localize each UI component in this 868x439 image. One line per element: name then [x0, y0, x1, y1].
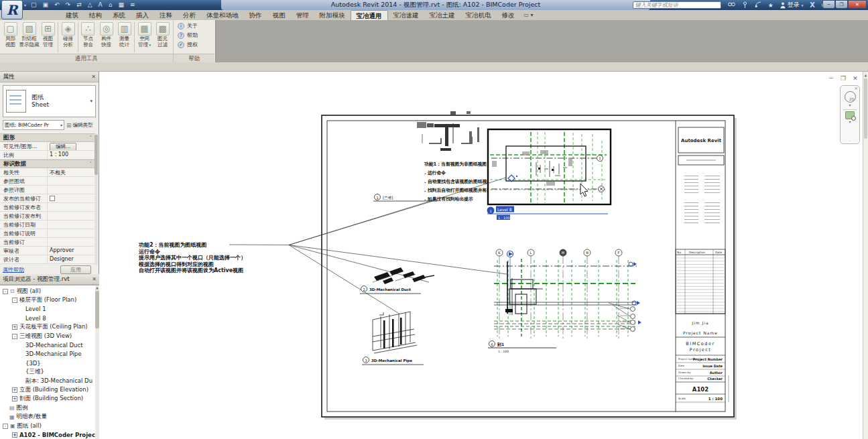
tree-expander[interactable]: - [3, 424, 8, 429]
tree-item-schedules[interactable]: ▦明细表/数量 [0, 412, 99, 421]
prop-value[interactable] [47, 212, 95, 220]
about-button[interactable]: i 关于 [178, 22, 210, 29]
element-selector-dropdown[interactable]: 图纸: BIMCoder Pr ▾ [3, 120, 64, 130]
tree-item-level8[interactable]: Level 8 [0, 314, 99, 322]
tab-baoye-mep[interactable]: 宝冶机电 [460, 10, 497, 20]
tree-item-level1[interactable]: Level 1 [0, 305, 99, 314]
tree-expander[interactable]: + [12, 432, 17, 438]
tab-architecture[interactable]: 建筑 [60, 10, 84, 20]
scale-value[interactable]: 1 : 100 [47, 151, 95, 159]
tree-item-3d[interactable]: {3D} [0, 359, 99, 367]
tab-systems[interactable]: 系统 [107, 10, 131, 20]
chevron-down-icon[interactable]: ▾ [849, 103, 851, 108]
tab-annotate[interactable]: 注释 [154, 10, 178, 20]
prop-value[interactable] [47, 221, 95, 229]
chevron-down-icon[interactable]: ▾ [849, 119, 851, 125]
prop-value[interactable] [47, 229, 95, 237]
tree-expander[interactable]: + [12, 387, 17, 393]
search-icon[interactable] [728, 1, 735, 9]
section-icon[interactable]: ▦ [118, 1, 124, 9]
type-selector[interactable]: 图纸 Sheet ▾ [3, 85, 96, 117]
tree-item-3d-cn[interactable]: {三维} [0, 368, 99, 377]
element-filter-button[interactable]: ▩ 图元 过滤 [153, 21, 172, 54]
tree-expander[interactable]: - [3, 289, 8, 294]
tree-item-a102-sheet[interactable]: +A102 - BIMCoder Project [0, 430, 99, 439]
viewport-level8[interactable]: 1 [488, 129, 611, 204]
tree-item-sections[interactable]: +剖面 (Building Section) [0, 395, 99, 403]
tab-view[interactable]: 视图 [267, 10, 291, 20]
node-integration-button[interactable]: ∴ 节点 整合 [79, 21, 97, 54]
tab-structure[interactable]: 结构 [84, 10, 107, 20]
section-box-toggle-button[interactable]: ▧ 剖切框 显示隐藏 [19, 21, 39, 54]
ribbon-display-toggle-icon[interactable]: ▭ ▾ [520, 11, 538, 20]
scroll-up-icon[interactable]: ▲ [863, 73, 868, 77]
tab-manage[interactable]: 管理 [291, 10, 314, 20]
tree-expander[interactable]: - [12, 298, 17, 303]
search-input[interactable] [633, 1, 721, 9]
navigation-bar[interactable]: × 2D ▾ ▾ ◦ [840, 85, 860, 144]
prop-value[interactable]: Designer [47, 255, 95, 263]
tree-item-views[interactable]: -⊡视图 (all) [0, 287, 99, 296]
tree-item-3d-mech-duct[interactable]: 3D-Mechanical Duct [0, 340, 99, 349]
tree-item-3d-mech-pipe[interactable]: 3D-Mechanical Pipe [0, 350, 99, 359]
redo-icon[interactable]: ↷ [66, 1, 71, 9]
tab-baoye-quick[interactable]: 宝冶速建 [388, 10, 424, 20]
tree-item-floor-plans[interactable]: -楼层平面 (Floor Plan) [0, 296, 99, 304]
sign-in-button[interactable]: 登录 ▾ [780, 1, 804, 9]
view-management-button[interactable]: ⊞ 视图 管理 [39, 21, 57, 54]
open-icon[interactable]: ▢ [31, 1, 37, 9]
tab-modify[interactable]: 修改 [497, 10, 520, 20]
tree-item-legends[interactable]: ▤图例 [0, 403, 99, 412]
close-icon[interactable]: ✕ [92, 276, 97, 282]
section-graphics[interactable]: 图形ˆ [0, 133, 95, 142]
edit-button[interactable]: 编辑... [50, 143, 76, 150]
view-restore-icon[interactable]: ❐ [839, 75, 847, 82]
app-menu-chevron-icon[interactable]: ▾ [24, 3, 26, 7]
prop-value[interactable]: Approver [47, 247, 95, 255]
prop-value[interactable]: 不相关 [47, 168, 95, 176]
tab-baoye-general[interactable]: 宝冶通用 [351, 10, 388, 20]
tree-item-ceiling-plans[interactable]: +天花板平面 (Ceiling Plan) [0, 323, 99, 332]
tree-item-copy-3d-mech-duct[interactable]: 副本: 3D-Mechanical Du [0, 377, 99, 385]
tree-expander[interactable]: + [12, 396, 17, 401]
partial-view-button[interactable]: ▢ 局部 视图 [1, 21, 19, 54]
license-button[interactable]: ✓ 授权 [178, 41, 210, 48]
section-identity-data[interactable]: 标识数据ˆ [0, 160, 95, 168]
measure-icon[interactable]: △ [88, 1, 92, 9]
prop-value[interactable] [47, 186, 95, 194]
tab-collaborate[interactable]: 协作 [244, 10, 267, 20]
panel-label-help[interactable]: 帮助 [174, 54, 214, 62]
favorites-star-icon[interactable]: ★ [768, 2, 773, 9]
view-close-icon[interactable]: ✕ [851, 75, 859, 82]
drawing-area[interactable]: Autodesk Revit No. Description Date Jim [99, 72, 868, 439]
component-quick-search-button[interactable]: ◎ 构件 快搜 [97, 21, 115, 54]
communication-center-icon[interactable] [755, 1, 761, 9]
tree-expander[interactable]: - [12, 334, 17, 339]
close-icon[interactable]: ✕ [91, 74, 96, 80]
prop-value[interactable] [47, 238, 95, 246]
restore-button[interactable]: ❐ [835, 0, 848, 9]
tree-expander[interactable]: + [12, 324, 17, 330]
space-management-button[interactable]: ▦ 空间 管理 [135, 21, 153, 54]
properties-scrollbar[interactable] [95, 133, 98, 265]
tab-massing-site[interactable]: 体量和场地 [201, 10, 244, 20]
transfer-icon[interactable]: ⇄ [76, 1, 82, 9]
thin-lines-icon[interactable]: ≡ [130, 1, 135, 9]
tree-item-3d-views[interactable]: -三维视图 (3D View) [0, 332, 99, 340]
text-icon[interactable]: A [99, 1, 103, 9]
chevron-down-icon[interactable]: ▾ [90, 99, 92, 104]
exchange-apps-icon[interactable]: X [810, 1, 815, 9]
steering-wheel-icon[interactable]: 2D [845, 91, 856, 103]
revit-app-button[interactable]: R [1, 0, 23, 19]
tab-analyze[interactable]: 分析 [178, 10, 201, 20]
navbar-close-icon[interactable]: × [854, 86, 858, 91]
tree-item-elevations[interactable]: +立面 (Building Elevation) [0, 385, 99, 394]
minimize-button[interactable]: ─ [822, 0, 835, 9]
properties-help-link[interactable]: 属性帮助 [3, 266, 24, 273]
close-button[interactable]: ✕ [848, 0, 867, 9]
checkbox[interactable] [50, 196, 55, 201]
tree-item-sheets[interactable]: -▣图纸 (all) [0, 422, 99, 430]
measure-statistics-button[interactable]: ▥ 测量 统计 [115, 21, 133, 54]
undo-icon[interactable]: ↶ [54, 1, 60, 9]
panel-label-general-tools[interactable]: 通用工具 [0, 54, 173, 62]
